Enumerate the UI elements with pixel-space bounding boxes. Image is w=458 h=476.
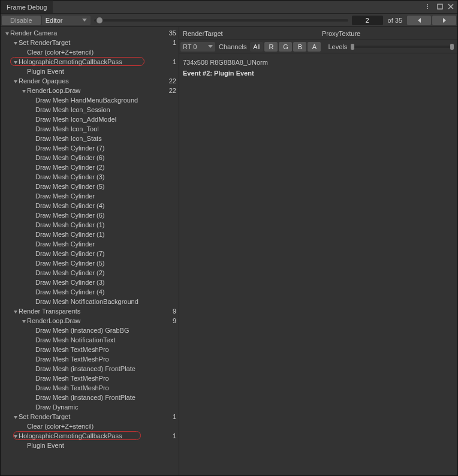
tree-row[interactable]: Draw Mesh Icon_Tool: [1, 124, 179, 134]
tree-row[interactable]: Draw Mesh Cylinder (2): [1, 268, 179, 278]
levels-max-thumb[interactable]: [450, 44, 454, 50]
tree-row[interactable]: Draw Mesh Icon_Session: [1, 105, 179, 115]
channel-all-button[interactable]: All: [250, 42, 263, 52]
tree-row[interactable]: Draw Mesh Cylinder (4): [1, 201, 179, 210]
close-icon[interactable]: [448, 4, 454, 11]
tree-row[interactable]: Draw Mesh Cylinder (7): [1, 249, 179, 258]
tree-row[interactable]: RenderLoop.Draw9: [1, 316, 179, 326]
tree-label: Draw Mesh (instanced) FrontPlate: [35, 364, 179, 373]
expand-toggle[interactable]: [13, 412, 19, 421]
tree-row[interactable]: Draw Mesh Cylinder (1): [1, 220, 179, 230]
tree-row[interactable]: Render Opaques22: [1, 76, 179, 86]
tree-label: Draw Mesh Cylinder (6): [35, 210, 179, 220]
channel-a-button[interactable]: A: [308, 42, 321, 52]
tree-row[interactable]: Set RenderTarget1: [1, 412, 179, 421]
tree-row[interactable]: Draw Mesh NotificationText: [1, 335, 179, 345]
tree-row[interactable]: Draw Mesh NotificationBackground: [1, 297, 179, 306]
expand-toggle[interactable]: [13, 431, 19, 441]
tree-row[interactable]: Draw Mesh Cylinder (6): [1, 210, 179, 220]
tree-label: Draw Mesh Cylinder (1): [35, 220, 179, 230]
levels-slider[interactable]: [351, 46, 454, 48]
tree-label: RenderLoop.Draw: [27, 316, 179, 326]
tree-label: Render Opaques: [19, 76, 179, 86]
tree-row[interactable]: HolographicRemotingCallbackPass1: [1, 431, 179, 441]
tree-row[interactable]: Clear (color+Z+stencil): [1, 47, 179, 57]
tree-row[interactable]: Draw Dynamic: [1, 402, 179, 412]
channel-r-button[interactable]: R: [264, 42, 278, 52]
tree-label: Draw Mesh Icon_AddModel: [35, 115, 179, 124]
tree-row[interactable]: Draw Mesh (instanced) GrabBG: [1, 326, 179, 335]
tree-row[interactable]: Plugin Event: [1, 67, 179, 76]
event-slider[interactable]: [94, 19, 348, 22]
tree-label: Draw Mesh Icon_Stats: [35, 134, 179, 143]
event-line: Event #2: Plugin Event: [183, 68, 454, 79]
tree-row[interactable]: Draw Mesh (instanced) FrontPlate: [1, 393, 179, 402]
menu-icon[interactable]: [426, 4, 432, 11]
expand-toggle[interactable]: [13, 38, 19, 47]
render-target-value: ProxyTexture: [318, 28, 457, 40]
tree-row[interactable]: Set RenderTarget1: [1, 38, 179, 47]
tree-row[interactable]: Plugin Event: [1, 441, 179, 450]
tree-row[interactable]: Draw Mesh Cylinder (3): [1, 172, 179, 182]
prev-event-button[interactable]: [407, 16, 431, 25]
next-event-button[interactable]: [432, 16, 456, 25]
channel-b-button[interactable]: B: [293, 42, 306, 52]
svg-point-2: [427, 8, 428, 9]
channel-g-button[interactable]: G: [279, 42, 292, 52]
tree-row[interactable]: Draw Mesh Cylinder (4): [1, 287, 179, 297]
expand-toggle[interactable]: [4, 28, 10, 38]
expand-toggle[interactable]: [13, 306, 19, 316]
tree-label: Draw Mesh HandMenuBackground: [35, 95, 179, 105]
tree-row[interactable]: Draw Mesh (instanced) FrontPlate: [1, 364, 179, 373]
tree-row[interactable]: Draw Mesh TextMeshPro: [1, 354, 179, 364]
tree-label: HolographicRemotingCallbackPass: [19, 431, 179, 441]
event-tree[interactable]: Render Camera35Set RenderTarget1Clear (c…: [1, 27, 179, 475]
tree-row[interactable]: Draw Mesh HandMenuBackground: [1, 95, 179, 105]
render-target-label: RenderTarget: [179, 28, 318, 40]
tree-label: Render Transparents: [19, 306, 179, 316]
tree-row[interactable]: Render Transparents9: [1, 306, 179, 316]
tree-label: Draw Mesh (instanced) GrabBG: [35, 326, 179, 335]
tree-row[interactable]: Draw Mesh Cylinder (6): [1, 153, 179, 162]
tree-row[interactable]: RenderLoop.Draw22: [1, 86, 179, 95]
tree-label: Draw Dynamic: [35, 402, 179, 412]
tree-label: Plugin Event: [27, 67, 179, 76]
tree-count: 22: [169, 76, 176, 86]
tree-row[interactable]: Draw Mesh Cylinder: [1, 191, 179, 201]
tree-label: Clear (color+Z+stencil): [27, 421, 179, 431]
scope-dropdown[interactable]: Editor: [42, 16, 91, 25]
rt-dropdown[interactable]: RT 0: [180, 42, 215, 52]
event-index-input[interactable]: [352, 16, 383, 25]
body-split: Render Camera35Set RenderTarget1Clear (c…: [1, 27, 457, 475]
tree-row[interactable]: Draw Mesh Icon_AddModel: [1, 115, 179, 124]
tree-row[interactable]: Draw Mesh Cylinder (2): [1, 162, 179, 172]
tree-row[interactable]: Draw Mesh Cylinder (5): [1, 258, 179, 268]
tree-count: 1: [173, 38, 176, 47]
tree-row[interactable]: Draw Mesh Cylinder (1): [1, 230, 179, 239]
tree-row[interactable]: Draw Mesh TextMeshPro: [1, 383, 179, 393]
tree-label: Draw Mesh Cylinder (6): [35, 153, 179, 162]
tree-row[interactable]: Clear (color+Z+stencil): [1, 421, 179, 431]
tree-row[interactable]: Draw Mesh Cylinder (5): [1, 182, 179, 191]
undock-icon[interactable]: [437, 4, 443, 11]
toolbar: Disable Editor of 35: [1, 14, 457, 27]
disable-button[interactable]: Disable: [2, 16, 41, 25]
expand-toggle[interactable]: [21, 86, 27, 95]
tree-row[interactable]: Draw Mesh Cylinder (7): [1, 143, 179, 153]
tree-label: Draw Mesh Cylinder (4): [35, 287, 179, 297]
tree-row[interactable]: Draw Mesh TextMeshPro: [1, 373, 179, 383]
slider-thumb[interactable]: [97, 17, 103, 23]
window-controls: [426, 1, 457, 13]
svg-rect-3: [438, 4, 442, 9]
window-tab[interactable]: Frame Debug: [1, 1, 53, 13]
expand-toggle[interactable]: [13, 76, 19, 86]
tree-row[interactable]: HolographicRemotingCallbackPass1: [1, 57, 179, 67]
expand-toggle[interactable]: [21, 316, 27, 326]
tree-row[interactable]: Render Camera35: [1, 28, 179, 38]
levels-min-thumb[interactable]: [351, 44, 354, 50]
expand-toggle[interactable]: [13, 57, 19, 67]
tree-row[interactable]: Draw Mesh Cylinder (3): [1, 278, 179, 287]
tree-row[interactable]: Draw Mesh Cylinder: [1, 239, 179, 249]
tree-row[interactable]: Draw Mesh TextMeshPro: [1, 345, 179, 354]
tree-row[interactable]: Draw Mesh Icon_Stats: [1, 134, 179, 143]
